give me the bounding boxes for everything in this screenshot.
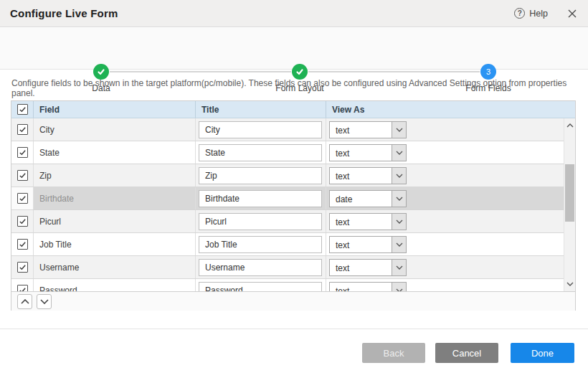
title-input[interactable] [199, 144, 322, 161]
step-complete-check-icon [93, 64, 109, 80]
help-label: Help [529, 9, 548, 19]
viewas-select[interactable]: text [329, 213, 407, 230]
field-name: Zip [39, 171, 52, 181]
row-checkbox[interactable] [17, 239, 28, 250]
viewas-select[interactable]: text [329, 144, 407, 161]
table-row[interactable]: Username text [11, 256, 564, 279]
title-input[interactable] [199, 167, 322, 184]
row-checkbox[interactable] [17, 262, 28, 273]
table-header-row: Field Title View As [11, 101, 575, 118]
title-input[interactable] [199, 190, 322, 207]
row-checkbox-cell [11, 118, 34, 141]
row-viewas-cell: text [326, 141, 564, 164]
close-icon[interactable] [566, 8, 578, 19]
move-down-button[interactable] [37, 294, 52, 309]
row-checkbox[interactable] [17, 124, 28, 135]
table-footer [11, 291, 575, 311]
back-button[interactable]: Back [362, 343, 425, 363]
row-checkbox-cell [11, 256, 34, 278]
column-header-view-as: View As [326, 101, 575, 118]
table-row[interactable]: City text [11, 118, 564, 141]
title-input[interactable] [199, 282, 322, 292]
scroll-thumb[interactable] [565, 164, 574, 222]
table-body: City text State text [11, 118, 564, 291]
scroll-down-button[interactable] [564, 278, 575, 290]
row-viewas-cell: text [326, 256, 564, 278]
column-header-field: Field [34, 101, 196, 118]
title-input[interactable] [199, 213, 322, 230]
viewas-select[interactable]: date [329, 190, 407, 207]
row-checkbox-cell [11, 279, 34, 291]
configure-live-form-dialog: Configure Live Form ? Help Data Form Lay… [0, 0, 588, 373]
row-title-cell [196, 279, 326, 291]
row-field-cell: Username [34, 256, 196, 278]
row-field-cell: Picurl [34, 210, 196, 232]
scrollbar[interactable] [564, 118, 575, 291]
viewas-select[interactable]: text [329, 236, 407, 253]
scroll-up-button[interactable] [564, 120, 575, 131]
row-title-cell [196, 256, 326, 278]
viewas-value: text [330, 260, 392, 275]
viewas-value: text [330, 237, 392, 252]
row-checkbox[interactable] [17, 193, 28, 204]
table-row[interactable]: State text [11, 141, 564, 164]
row-checkbox[interactable] [17, 216, 28, 227]
table-row[interactable]: Job Title text [11, 233, 564, 256]
field-name: Job Title [39, 240, 72, 250]
viewas-value: date [330, 191, 392, 207]
table-row[interactable]: Password text [11, 279, 564, 291]
table-row[interactable]: Birthdate date [11, 187, 564, 210]
row-title-cell [196, 233, 326, 255]
viewas-select[interactable]: text [329, 282, 407, 292]
field-name: Birthdate [39, 194, 74, 204]
column-header-title: Title [196, 101, 326, 118]
viewas-select[interactable]: text [329, 121, 407, 138]
chevron-down-icon[interactable] [392, 283, 406, 292]
row-checkbox[interactable] [17, 170, 28, 181]
table-row[interactable]: Zip text [11, 164, 564, 187]
description-text: Configure fields to be shown in the targ… [11, 78, 578, 98]
row-checkbox-cell [11, 233, 34, 255]
row-field-cell: Birthdate [34, 187, 196, 209]
chevron-down-icon[interactable] [392, 260, 406, 275]
viewas-value: text [330, 168, 392, 184]
viewas-value: text [330, 283, 392, 292]
viewas-value: text [330, 145, 392, 161]
title-input[interactable] [199, 121, 322, 138]
row-title-cell [196, 210, 326, 232]
help-button[interactable]: ? Help [514, 8, 548, 19]
done-button[interactable]: Done [511, 343, 574, 363]
row-viewas-cell: text [326, 164, 564, 186]
step-complete-check-icon [292, 64, 308, 80]
form-fields-table: Field Title View As City text [11, 100, 576, 311]
chevron-down-icon[interactable] [392, 191, 406, 207]
viewas-select[interactable]: text [329, 259, 407, 276]
title-input[interactable] [199, 236, 322, 253]
chevron-down-icon[interactable] [392, 168, 406, 184]
chevron-down-icon[interactable] [392, 214, 406, 230]
footer: Back Cancel Done [0, 343, 588, 363]
table-row[interactable]: Picurl text [11, 210, 564, 233]
footer-divider [0, 329, 588, 329]
stepper: Data Form Layout 3 Form Fields [0, 28, 588, 70]
dialog-title: Configure Live Form [10, 7, 118, 19]
row-checkbox-cell [11, 210, 34, 232]
chevron-down-icon[interactable] [392, 237, 406, 252]
row-field-cell: State [34, 141, 196, 164]
select-all-checkbox[interactable] [17, 104, 28, 115]
field-name: Password [39, 285, 77, 292]
cancel-button[interactable]: Cancel [435, 343, 498, 363]
chevron-down-icon[interactable] [392, 145, 406, 161]
row-checkbox-cell [11, 187, 34, 209]
move-up-button[interactable] [17, 294, 32, 309]
row-title-cell [196, 164, 326, 186]
row-checkbox-cell [11, 164, 34, 186]
title-input[interactable] [199, 259, 322, 276]
chevron-down-icon[interactable] [392, 122, 406, 138]
viewas-select[interactable]: text [329, 167, 407, 184]
row-viewas-cell: text [326, 279, 564, 291]
row-checkbox[interactable] [17, 147, 28, 158]
row-field-cell: Job Title [34, 233, 196, 255]
row-field-cell: Password [34, 279, 196, 291]
row-checkbox[interactable] [17, 285, 28, 291]
